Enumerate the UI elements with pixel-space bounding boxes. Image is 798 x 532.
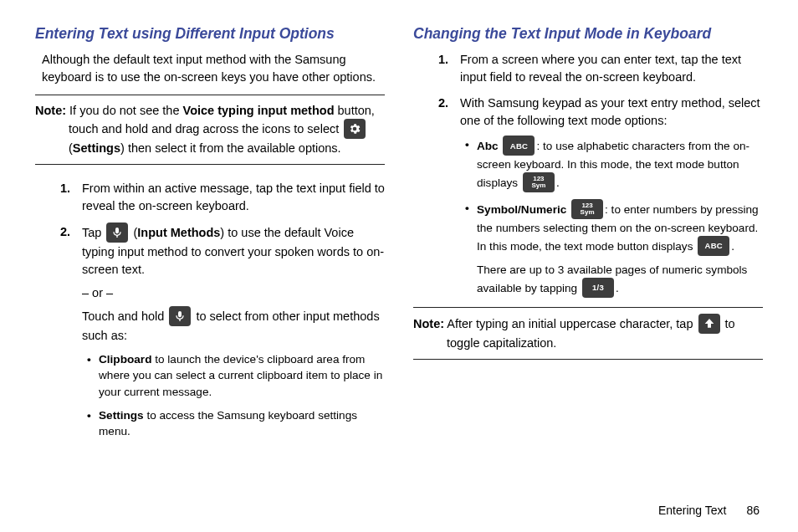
step-text: Tap: [82, 226, 105, 239]
note-block-right: Note: After typing an initial uppercase …: [413, 307, 763, 360]
footer-section: Entering Text: [658, 502, 726, 519]
gear-icon: [344, 119, 366, 139]
microphone-icon: [169, 306, 191, 326]
section-title-right: Changing the Text Input Mode in Keyboard: [413, 23, 763, 44]
note-text: If you do not see the: [69, 104, 182, 117]
step-text: With Samsung keypad as your text entry m…: [460, 96, 760, 127]
microphone-icon: [106, 223, 128, 243]
step-item: 2. With Samsung keypad as your text entr…: [438, 95, 763, 298]
bullet-bold: Symbol/Numeric: [477, 203, 566, 216]
bullet-bold: Abc: [477, 140, 499, 152]
step-text: From a screen where you can enter text, …: [460, 53, 741, 84]
steps-list-right: 1. From a screen where you can enter tex…: [413, 51, 763, 298]
note-text: ) then select it from the available opti…: [120, 141, 341, 155]
steps-list-left: 1. From within an active message, tap th…: [35, 180, 385, 440]
note-label: Note:: [413, 316, 444, 330]
section-title-left: Entering Text using Different Input Opti…: [35, 23, 385, 44]
note-label: Note:: [35, 104, 66, 117]
page-indicator-icon: 1/3: [582, 278, 614, 298]
note-text: After typing an initial uppercase charac…: [447, 316, 696, 330]
abc-mode-icon: ABC: [698, 236, 729, 256]
bullet-text: .: [556, 176, 560, 189]
step-text: (: [130, 226, 137, 239]
bullet-extra: There are up to 3 available pages of num…: [477, 262, 763, 299]
step-alt: Touch and hold to select from other inpu…: [82, 307, 385, 345]
sym-mode-icon: 123Sym: [523, 172, 555, 192]
note-bold: Voice typing input method: [183, 104, 335, 117]
shift-up-icon: [698, 314, 720, 334]
sym-mode-icon: 123Sym: [571, 199, 603, 219]
step-number: 1.: [60, 180, 70, 197]
note-block-left: Note: If you do not see the Voice typing…: [35, 95, 385, 165]
bullet-list: Abc ABC: to use alphabetic characters fr…: [460, 136, 763, 298]
bullet-bold: Settings: [99, 409, 144, 422]
step-item: 1. From a screen where you can enter tex…: [438, 51, 763, 86]
bullet-item: Clipboard to launch the device's clipboa…: [82, 351, 385, 401]
intro-text: Although the default text input method w…: [35, 51, 385, 86]
bullet-item: Symbol/Numeric 123Sym: to enter numbers …: [460, 200, 763, 298]
bullet-bold: Clipboard: [99, 353, 151, 366]
bullet-item: Settings to access the Samsung keyboard …: [82, 407, 385, 440]
left-column: Entering Text using Different Input Opti…: [35, 23, 385, 448]
step-number: 2.: [60, 223, 70, 241]
step-item: 1. From within an active message, tap th…: [60, 180, 385, 215]
right-column: Changing the Text Input Mode in Keyboard…: [413, 23, 763, 448]
bullet-list: Clipboard to launch the device's clipboa…: [82, 351, 385, 441]
step-text: Touch and hold: [82, 309, 167, 322]
step-number: 1.: [438, 51, 448, 69]
bullet-item: Abc ABC: to use alphabetic characters fr…: [460, 136, 763, 193]
step-item: 2. Tap (Input Methods) to use the defaul…: [60, 223, 385, 440]
footer-page-number: 86: [746, 502, 760, 519]
step-text: From within an active message, tap the t…: [82, 182, 385, 212]
abc-mode-icon: ABC: [503, 136, 535, 156]
bullet-text: .: [731, 239, 734, 252]
step-bold: Input Methods: [137, 226, 220, 239]
bullet-text: .: [616, 281, 619, 294]
page-footer: Entering Text 86: [658, 502, 760, 519]
or-divider: – or –: [82, 284, 385, 302]
step-number: 2.: [438, 95, 448, 112]
note-bold: Settings: [73, 141, 120, 155]
